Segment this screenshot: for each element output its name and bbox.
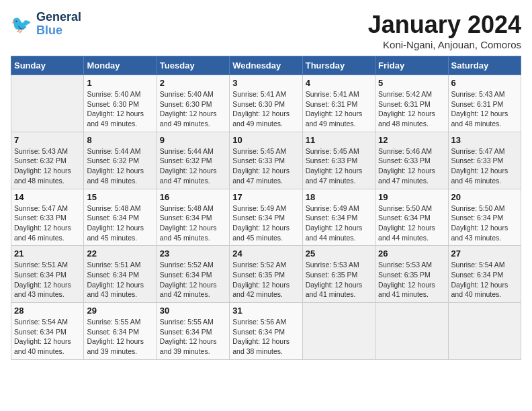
day-number: 14 [14,192,81,202]
day-info: Sunrise: 5:54 AM Sunset: 6:34 PM Dayligh… [451,260,518,300]
day-number: 20 [451,192,518,202]
day-info: Sunrise: 5:50 AM Sunset: 6:34 PM Dayligh… [451,203,518,243]
day-info: Sunrise: 5:45 AM Sunset: 6:33 PM Dayligh… [232,146,299,186]
calendar-cell: 15Sunrise: 5:48 AM Sunset: 6:34 PM Dayli… [84,189,157,246]
calendar-cell: 3Sunrise: 5:41 AM Sunset: 6:30 PM Daylig… [230,75,302,132]
calendar-cell: 26Sunrise: 5:53 AM Sunset: 6:35 PM Dayli… [375,246,448,303]
day-number: 17 [232,192,299,202]
day-info: Sunrise: 5:45 AM Sunset: 6:33 PM Dayligh… [306,146,372,186]
day-header-saturday: Saturday [448,56,521,75]
day-number: 21 [14,248,81,259]
day-number: 3 [232,78,299,88]
day-number: 1 [87,78,153,88]
day-number: 27 [451,248,518,259]
day-info: Sunrise: 5:56 AM Sunset: 6:34 PM Dayligh… [232,317,299,357]
calendar-header: SundayMondayTuesdayWednesdayThursdayFrid… [11,56,521,75]
calendar-cell: 30Sunrise: 5:55 AM Sunset: 6:34 PM Dayli… [157,303,229,360]
day-number: 2 [160,78,226,88]
calendar-cell: 29Sunrise: 5:55 AM Sunset: 6:34 PM Dayli… [84,303,157,360]
day-number: 30 [160,306,226,316]
calendar-cell: 9Sunrise: 5:44 AM Sunset: 6:32 PM Daylig… [157,132,229,189]
day-number: 4 [306,78,372,88]
logo-bird-icon: 🐦 [11,12,35,36]
day-info: Sunrise: 5:52 AM Sunset: 6:35 PM Dayligh… [232,260,299,300]
page-header: 🐦 General Blue January 2024 Koni-Ngani, … [11,11,521,50]
day-info: Sunrise: 5:46 AM Sunset: 6:33 PM Dayligh… [378,146,445,186]
calendar-week-4: 21Sunrise: 5:51 AM Sunset: 6:34 PM Dayli… [11,246,521,303]
day-info: Sunrise: 5:49 AM Sunset: 6:34 PM Dayligh… [232,203,299,243]
day-number: 23 [160,248,226,259]
day-info: Sunrise: 5:47 AM Sunset: 6:33 PM Dayligh… [14,203,81,243]
day-number: 28 [14,306,81,316]
day-number: 8 [87,135,153,145]
calendar-cell: 14Sunrise: 5:47 AM Sunset: 6:33 PM Dayli… [11,189,84,246]
day-header-wednesday: Wednesday [230,56,302,75]
calendar-cell: 23Sunrise: 5:52 AM Sunset: 6:34 PM Dayli… [157,246,229,303]
calendar-cell: 25Sunrise: 5:53 AM Sunset: 6:35 PM Dayli… [302,246,375,303]
day-number: 10 [232,135,299,145]
day-info: Sunrise: 5:52 AM Sunset: 6:34 PM Dayligh… [160,260,226,300]
calendar-cell: 17Sunrise: 5:49 AM Sunset: 6:34 PM Dayli… [230,189,302,246]
day-number: 31 [232,306,299,316]
day-number: 7 [14,135,81,145]
location-title: Koni-Ngani, Anjouan, Comoros [368,39,521,50]
day-info: Sunrise: 5:54 AM Sunset: 6:34 PM Dayligh… [14,317,81,357]
calendar-cell: 8Sunrise: 5:44 AM Sunset: 6:32 PM Daylig… [84,132,157,189]
calendar-cell [375,303,448,360]
day-info: Sunrise: 5:40 AM Sunset: 6:30 PM Dayligh… [160,89,226,129]
day-info: Sunrise: 5:41 AM Sunset: 6:31 PM Dayligh… [306,89,372,129]
day-number: 15 [87,192,153,202]
calendar-week-5: 28Sunrise: 5:54 AM Sunset: 6:34 PM Dayli… [11,303,521,360]
day-number: 9 [160,135,226,145]
day-number: 16 [160,192,226,202]
calendar-cell: 10Sunrise: 5:45 AM Sunset: 6:33 PM Dayli… [230,132,302,189]
day-info: Sunrise: 5:40 AM Sunset: 6:30 PM Dayligh… [87,89,153,129]
day-info: Sunrise: 5:53 AM Sunset: 6:35 PM Dayligh… [306,260,372,300]
calendar-cell: 13Sunrise: 5:47 AM Sunset: 6:33 PM Dayli… [448,132,521,189]
day-number: 19 [378,192,445,202]
logo-general-text: General [36,11,81,24]
calendar-cell: 2Sunrise: 5:40 AM Sunset: 6:30 PM Daylig… [157,75,229,132]
day-info: Sunrise: 5:43 AM Sunset: 6:31 PM Dayligh… [451,89,518,129]
day-info: Sunrise: 5:51 AM Sunset: 6:34 PM Dayligh… [87,260,153,300]
day-number: 5 [378,78,445,88]
calendar-cell: 7Sunrise: 5:43 AM Sunset: 6:32 PM Daylig… [11,132,84,189]
day-number: 11 [306,135,372,145]
day-header-tuesday: Tuesday [157,56,229,75]
calendar-cell: 22Sunrise: 5:51 AM Sunset: 6:34 PM Dayli… [84,246,157,303]
day-info: Sunrise: 5:51 AM Sunset: 6:34 PM Dayligh… [14,260,81,300]
title-area: January 2024 Koni-Ngani, Anjouan, Comoro… [368,11,521,50]
day-info: Sunrise: 5:42 AM Sunset: 6:31 PM Dayligh… [378,89,445,129]
day-info: Sunrise: 5:53 AM Sunset: 6:35 PM Dayligh… [378,260,445,300]
calendar-cell: 24Sunrise: 5:52 AM Sunset: 6:35 PM Dayli… [230,246,302,303]
day-info: Sunrise: 5:50 AM Sunset: 6:34 PM Dayligh… [378,203,445,243]
calendar-week-3: 14Sunrise: 5:47 AM Sunset: 6:33 PM Dayli… [11,189,521,246]
day-info: Sunrise: 5:47 AM Sunset: 6:33 PM Dayligh… [451,146,518,186]
day-number: 24 [232,248,299,259]
day-number: 22 [87,248,153,259]
calendar-cell: 12Sunrise: 5:46 AM Sunset: 6:33 PM Dayli… [375,132,448,189]
day-info: Sunrise: 5:55 AM Sunset: 6:34 PM Dayligh… [160,317,226,357]
day-info: Sunrise: 5:48 AM Sunset: 6:34 PM Dayligh… [87,203,153,243]
logo: 🐦 General Blue [11,11,81,38]
day-number: 26 [378,248,445,259]
calendar-cell: 5Sunrise: 5:42 AM Sunset: 6:31 PM Daylig… [375,75,448,132]
calendar-cell: 31Sunrise: 5:56 AM Sunset: 6:34 PM Dayli… [230,303,302,360]
day-number: 29 [87,306,153,316]
day-info: Sunrise: 5:44 AM Sunset: 6:32 PM Dayligh… [160,146,226,186]
calendar-cell: 4Sunrise: 5:41 AM Sunset: 6:31 PM Daylig… [302,75,375,132]
calendar-cell: 21Sunrise: 5:51 AM Sunset: 6:34 PM Dayli… [11,246,84,303]
day-number: 25 [306,248,372,259]
calendar-cell: 1Sunrise: 5:40 AM Sunset: 6:30 PM Daylig… [84,75,157,132]
days-of-week-row: SundayMondayTuesdayWednesdayThursdayFrid… [11,56,521,75]
calendar-week-1: 1Sunrise: 5:40 AM Sunset: 6:30 PM Daylig… [11,75,521,132]
calendar-week-2: 7Sunrise: 5:43 AM Sunset: 6:32 PM Daylig… [11,132,521,189]
day-number: 12 [378,135,445,145]
day-number: 18 [306,192,372,202]
calendar-cell: 27Sunrise: 5:54 AM Sunset: 6:34 PM Dayli… [448,246,521,303]
calendar-cell: 28Sunrise: 5:54 AM Sunset: 6:34 PM Dayli… [11,303,84,360]
day-info: Sunrise: 5:41 AM Sunset: 6:30 PM Dayligh… [232,89,299,129]
day-header-thursday: Thursday [302,56,375,75]
month-title: January 2024 [368,11,521,39]
day-header-friday: Friday [375,56,448,75]
